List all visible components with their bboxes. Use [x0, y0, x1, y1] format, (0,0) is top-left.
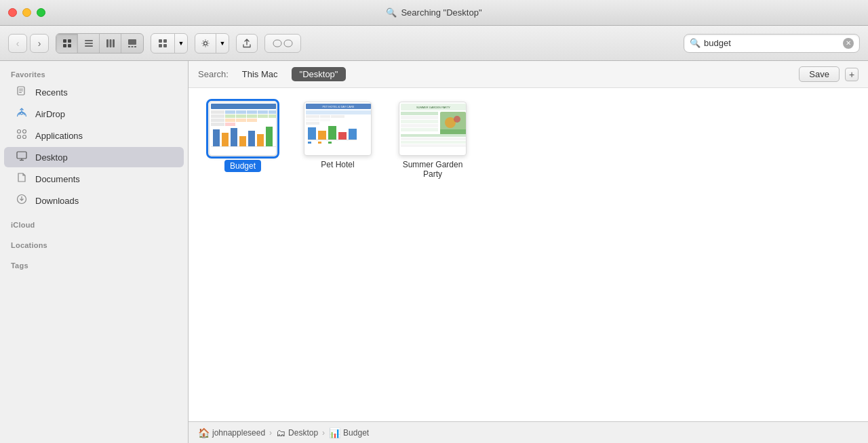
- view-gallery-button[interactable]: [121, 34, 143, 53]
- action-arrow[interactable]: ▼: [216, 34, 229, 53]
- scope-this-mac-button[interactable]: This Mac: [234, 67, 286, 81]
- downloads-icon: [15, 194, 28, 207]
- svg-rect-71: [306, 122, 319, 125]
- sidebar-item-documents[interactable]: Documents: [4, 169, 184, 189]
- group-by-main[interactable]: [151, 34, 175, 53]
- close-button[interactable]: [8, 8, 17, 17]
- svg-rect-38: [225, 110, 235, 114]
- traffic-lights: [8, 8, 45, 17]
- icloud-header: iCloud: [0, 211, 188, 232]
- svg-rect-10: [128, 39, 136, 45]
- view-column-button[interactable]: [100, 34, 121, 53]
- svg-rect-74: [328, 126, 336, 140]
- file-item-budget[interactable]: Budget: [202, 102, 283, 179]
- svg-rect-11: [128, 46, 130, 47]
- home-icon: 🏠: [198, 427, 210, 438]
- search-clear-button[interactable]: ✕: [843, 38, 854, 49]
- svg-rect-15: [163, 39, 167, 43]
- group-by-arrow[interactable]: ▼: [175, 34, 187, 53]
- forward-button[interactable]: ›: [30, 34, 49, 53]
- action-main[interactable]: [195, 34, 216, 53]
- sidebar-label-desktop: Desktop: [35, 152, 68, 163]
- action-button[interactable]: ▼: [195, 33, 229, 54]
- scope-desktop-button[interactable]: "Desktop": [292, 67, 347, 81]
- back-button[interactable]: ‹: [8, 34, 27, 53]
- file-item-pet-hotel[interactable]: PET HOTEL & DAY CARE: [297, 102, 378, 179]
- svg-rect-92: [401, 134, 466, 137]
- status-bar: 🏠 johnappleseed › 🗂 Desktop › 📊 Budget: [189, 421, 868, 443]
- svg-rect-0: [63, 39, 66, 43]
- breadcrumb-budget[interactable]: Budget: [343, 428, 369, 438]
- svg-rect-79: [318, 142, 321, 144]
- svg-rect-73: [318, 131, 326, 140]
- sidebar-item-applications[interactable]: Applications: [4, 125, 184, 146]
- svg-rect-75: [338, 132, 347, 140]
- svg-rect-59: [248, 131, 255, 146]
- folder-icon: 🗂: [276, 427, 285, 438]
- tag-button[interactable]: [264, 34, 301, 53]
- svg-point-30: [23, 135, 26, 139]
- svg-rect-57: [231, 128, 237, 146]
- svg-rect-47: [258, 114, 268, 118]
- svg-rect-20: [284, 40, 292, 47]
- svg-rect-1: [68, 39, 71, 43]
- sidebar-item-downloads[interactable]: Downloads: [4, 190, 184, 211]
- file-thumbnail-summer-garden: SUMMER GARDEN PARTY: [399, 102, 467, 156]
- file-thumbnail-budget: [209, 102, 277, 156]
- add-criteria-button[interactable]: +: [845, 68, 859, 81]
- svg-rect-24: [19, 92, 22, 93]
- sidebar-item-recents[interactable]: Recents: [4, 82, 184, 102]
- share-button[interactable]: [236, 34, 258, 53]
- svg-rect-83: [401, 112, 438, 115]
- list-icon: [84, 39, 94, 48]
- svg-rect-55: [213, 129, 220, 146]
- minimize-button[interactable]: [22, 8, 31, 17]
- svg-rect-86: [401, 124, 438, 127]
- svg-rect-49: [211, 119, 224, 122]
- svg-rect-85: [401, 120, 438, 123]
- desktop-icon: [15, 150, 28, 164]
- svg-rect-65: [306, 110, 371, 114]
- separator-1: ›: [269, 428, 272, 438]
- view-list-button[interactable]: [78, 34, 100, 53]
- group-by-button[interactable]: ▼: [151, 33, 188, 54]
- sidebar-item-airdrop[interactable]: AirDrop: [4, 104, 184, 124]
- breadcrumb-desktop[interactable]: Desktop: [288, 428, 318, 438]
- svg-rect-43: [211, 114, 224, 118]
- file-grid: Budget PET HOTEL & DAY CARE: [189, 88, 868, 421]
- file-item-summer-garden[interactable]: SUMMER GARDEN PARTY: [392, 102, 473, 179]
- svg-rect-37: [211, 110, 224, 114]
- locations-header: Locations: [0, 232, 188, 252]
- forward-icon: ›: [38, 38, 41, 49]
- svg-rect-12: [132, 46, 134, 47]
- maximize-button[interactable]: [37, 8, 45, 17]
- svg-rect-46: [247, 114, 257, 118]
- svg-text:SUMMER GARDEN PARTY: SUMMER GARDEN PARTY: [416, 106, 450, 109]
- search-input[interactable]: [704, 38, 843, 48]
- svg-rect-9: [113, 39, 115, 47]
- file-name-budget: Budget: [224, 160, 261, 172]
- sidebar-item-desktop[interactable]: Desktop: [4, 147, 184, 167]
- breadcrumb-home[interactable]: johnappleseed: [212, 428, 265, 438]
- save-search-button[interactable]: Save: [799, 66, 840, 82]
- file-name-summer-garden: Summer Garden Party: [392, 160, 473, 179]
- svg-rect-95: [401, 144, 466, 147]
- gallery-icon: [127, 39, 137, 48]
- toolbar: ‹ ›: [0, 26, 868, 61]
- svg-rect-69: [306, 119, 319, 121]
- svg-rect-36: [211, 104, 276, 109]
- svg-rect-16: [159, 44, 162, 47]
- svg-rect-8: [109, 39, 111, 47]
- separator-2: ›: [322, 428, 325, 438]
- svg-rect-77: [308, 140, 357, 140]
- svg-rect-94: [401, 141, 466, 144]
- svg-rect-44: [225, 114, 235, 118]
- svg-rect-72: [308, 127, 316, 140]
- column-icon: [106, 39, 115, 48]
- svg-rect-50: [225, 119, 235, 122]
- view-icon-button[interactable]: [56, 34, 78, 53]
- chevron-down-icon-2: ▼: [220, 40, 226, 47]
- search-scope-label: Search:: [198, 69, 229, 79]
- svg-rect-7: [106, 39, 108, 47]
- search-bar[interactable]: 🔍 ✕: [684, 34, 860, 53]
